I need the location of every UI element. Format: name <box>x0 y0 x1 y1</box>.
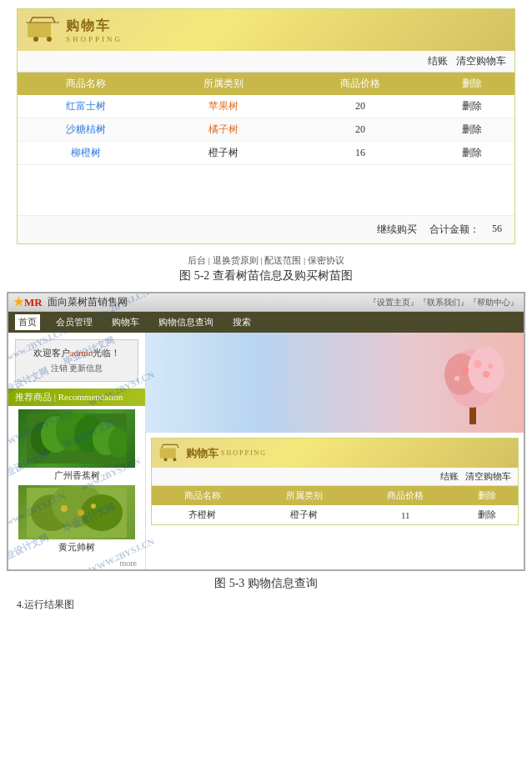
cart-logo-sub: SHOPPING <box>66 35 123 43</box>
browser-logo: ★ MR <box>13 295 43 309</box>
item-link-1[interactable]: 沙糖桔树 <box>66 123 106 135</box>
caption2-title: 图 5-3 购物信息查询 <box>0 576 532 591</box>
svg-point-24 <box>454 376 459 381</box>
cat-link-1[interactable]: 橘子树 <box>208 123 238 135</box>
svg-point-14 <box>61 505 68 512</box>
caption1-section: 后台 | 退换货原则 | 配送范围 | 保密协议 图 5-2 查看树苗信息及购买… <box>0 249 532 292</box>
clear-cart-link[interactable]: 清空购物车 <box>456 54 506 68</box>
svg-rect-26 <box>160 448 176 458</box>
col-header-category: 所属类别 <box>154 73 291 95</box>
top-section: 购物车 SHOPPING 结账 清空购物车 商品名称 所属类别 商品价格 删除 … <box>0 0 532 244</box>
price-1: 20 <box>292 118 429 142</box>
col-header-price: 商品价格 <box>292 73 429 95</box>
inner-item-0: 齐橙树 <box>152 505 253 524</box>
nav-home[interactable]: 首页 <box>15 314 40 330</box>
item-link-2[interactable]: 柳橙树 <box>71 147 101 158</box>
bottom-text: 4.运行结果图 <box>0 594 532 615</box>
del-link-1[interactable]: 删除 <box>462 123 482 135</box>
inner-cart-actions: 结账 清空购物车 <box>152 468 518 486</box>
inner-clear-link[interactable]: 清空购物车 <box>465 470 511 483</box>
svg-point-21 <box>462 367 469 373</box>
inner-cart-icon <box>158 444 182 464</box>
tree-image-1 <box>27 414 127 464</box>
browser-section: www.2BYSJ.CN www.2BYSJ.CN 毕业设计文网 毕业设计文网 … <box>7 292 525 571</box>
product-name-1[interactable]: 广州香蕉树 <box>15 469 138 482</box>
inner-cart-panel: 购物车 SHOPPING 结账 清空购物车 商品名称 所属类别 商品价格 <box>151 438 519 525</box>
svg-point-27 <box>163 458 167 461</box>
hero-tree-svg <box>440 341 507 424</box>
svg-point-13 <box>81 494 123 531</box>
price-2: 16 <box>292 142 429 165</box>
table-row: 红富士树 苹果树 20 删除 <box>18 95 514 118</box>
cart-logo-text-block: 购物车 SHOPPING <box>66 18 123 43</box>
welcome-link[interactable]: admin <box>70 348 93 358</box>
nav-order[interactable]: 购物信息查询 <box>155 314 217 330</box>
svg-rect-0 <box>28 23 51 38</box>
table-row: 沙糖桔树 橘子树 20 删除 <box>18 118 514 142</box>
svg-point-2 <box>47 37 52 42</box>
svg-point-16 <box>91 504 96 509</box>
col-header-name: 商品名称 <box>18 73 154 95</box>
del-link-2[interactable]: 删除 <box>462 147 482 158</box>
hero-area <box>146 333 524 433</box>
cart-header: 购物车 SHOPPING <box>18 9 514 51</box>
cat-link-0[interactable]: 苹果树 <box>208 100 238 112</box>
item-link-0[interactable]: 红富士树 <box>66 100 106 112</box>
svg-point-28 <box>173 458 176 461</box>
site-name: 面向菜树苗销售网 <box>48 295 128 309</box>
cart-table: 商品名称 所属类别 商品价格 删除 红富士树 苹果树 20 删除 沙糖桔树 橘子… <box>18 73 514 165</box>
browser-titlebar: ★ MR 面向菜树苗销售网 『设置主页』『联系我们』『帮助中心』 <box>8 293 524 312</box>
product-name-2[interactable]: 黄元帅树 <box>15 541 138 554</box>
browser-content: 购物车 SHOPPING 结账 清空购物车 商品名称 所属类别 商品价格 <box>146 333 524 569</box>
del-link-0[interactable]: 删除 <box>462 100 482 112</box>
inner-cat-0: 橙子树 <box>253 505 355 524</box>
sidebar-product-2: 黄元帅树 <box>15 485 138 554</box>
svg-point-20 <box>468 347 504 394</box>
welcome-box: 欢迎客户admin光临！ 注销 更新信息 <box>15 339 138 382</box>
cart-logo-main: 购物车 <box>66 18 111 33</box>
nav-member[interactable]: 会员管理 <box>53 314 96 330</box>
inner-del-0[interactable]: 删除 <box>478 509 496 519</box>
table-row: 柳橙树 橙子树 16 删除 <box>18 142 514 165</box>
cart-footer: 继续购买 合计金额： 56 <box>18 215 514 243</box>
price-0: 20 <box>292 95 429 118</box>
sidebar-product-1: 广州香蕉树 <box>15 409 138 482</box>
recommend-header: 推荐商品 | Recommendation <box>8 388 145 406</box>
col-header-delete: 删除 <box>429 73 514 95</box>
inner-col-price: 商品价格 <box>354 486 456 505</box>
continue-shopping-link[interactable]: 继续购买 <box>377 223 417 237</box>
mr-logo-text: MR <box>24 296 43 309</box>
svg-point-22 <box>474 360 482 368</box>
nav-search[interactable]: 搜索 <box>229 314 254 330</box>
star-icon: ★ <box>13 295 24 309</box>
checkout-link[interactable]: 结账 <box>428 54 448 68</box>
caption2-section: 图 5-3 购物信息查询 <box>0 571 532 594</box>
welcome-sub: 注销 更新信息 <box>23 363 131 374</box>
browser-main: 欢迎客户admin光临！ 注销 更新信息 推荐商品 | Recommendati… <box>8 333 524 569</box>
product-img-guangzhou <box>18 409 135 468</box>
inner-cart-logo-main: 购物车 <box>186 446 218 461</box>
svg-point-1 <box>33 37 38 42</box>
inner-cart-logo-sub: SHOPPING <box>221 449 267 457</box>
cart-table-header: 商品名称 所属类别 商品价格 删除 <box>18 73 514 95</box>
cart-table-body: 红富士树 苹果树 20 删除 沙糖桔树 橘子树 20 删除 柳橙树 橙子树 16… <box>18 95 514 165</box>
svg-point-15 <box>78 509 84 516</box>
sidebar-more[interactable]: more <box>8 557 145 569</box>
inner-checkout-link[interactable]: 结账 <box>440 470 459 483</box>
inner-table-row: 齐橙树 橙子树 11 删除 <box>152 505 518 524</box>
svg-point-25 <box>488 363 493 368</box>
svg-point-23 <box>483 371 489 378</box>
top-cart-panel: 购物车 SHOPPING 结账 清空购物车 商品名称 所属类别 商品价格 删除 … <box>17 8 515 244</box>
product-img-huangyuan <box>18 485 135 539</box>
inner-col-cat: 所属类别 <box>253 486 355 505</box>
caption1-note: 后台 | 退换货原则 | 配送范围 | 保密协议 <box>0 254 532 267</box>
inner-col-del: 删除 <box>456 486 518 505</box>
cart-icon <box>26 16 59 45</box>
admin-links: 『设置主页』『联系我们』『帮助中心』 <box>369 297 519 308</box>
tree-image-2 <box>27 488 127 538</box>
nav-cart[interactable]: 购物车 <box>108 314 143 330</box>
inner-cart-wrapper: 购物车 SHOPPING 结账 清空购物车 商品名称 所属类别 商品价格 <box>146 433 524 530</box>
inner-price-0: 11 <box>354 505 456 524</box>
cat-2: 橙子树 <box>154 142 291 165</box>
total-label: 合计金额： <box>429 223 479 237</box>
